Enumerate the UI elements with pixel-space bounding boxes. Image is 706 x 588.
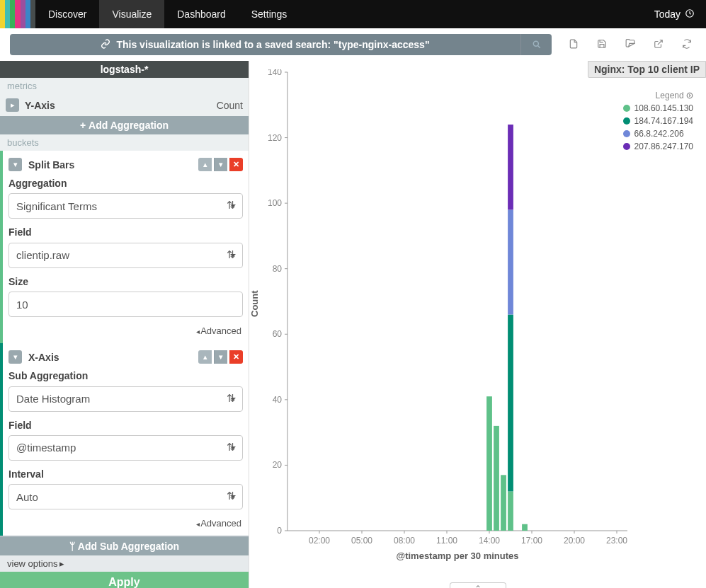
close-icon[interactable]: ✕	[229, 158, 243, 171]
save-icon[interactable]	[597, 39, 607, 51]
banner-text-query: "type-nginx-access"	[334, 39, 429, 50]
legend-label: 184.74.167.194	[634, 116, 693, 126]
toolbar	[552, 34, 696, 55]
saved-search-banner: This visualization is linked to a saved …	[10, 34, 520, 55]
refresh-icon[interactable]	[682, 39, 692, 51]
new-icon[interactable]	[569, 39, 579, 51]
content: logstash-* metrics ▸ Y-Axis Count +Add A…	[0, 61, 706, 588]
split-bars-panel: ▾ Split Bars ▴ ▾ ✕ Aggregation Significa…	[0, 151, 249, 343]
svg-text:05:00: 05:00	[351, 536, 372, 546]
svg-text:60: 60	[273, 329, 283, 339]
brand-stripe	[0, 0, 35, 28]
nav-item-dashboard[interactable]: Dashboard	[164, 0, 239, 28]
svg-text:20: 20	[273, 460, 283, 470]
field-select[interactable]: clientip.raw	[8, 243, 243, 268]
chart-svg: 02040608010012014002:0005:0008:0011:0014…	[259, 69, 634, 565]
svg-text:0: 0	[277, 526, 282, 536]
svg-rect-41	[508, 315, 513, 492]
svg-text:17:00: 17:00	[521, 536, 542, 546]
yaxis-value: Count	[217, 100, 243, 111]
field-select-wrap: clientip.raw ⇅	[8, 243, 243, 268]
view-options-toggle[interactable]: view options▸	[0, 555, 249, 572]
nav-item-discover[interactable]: Discover	[35, 0, 99, 28]
xaxis-header: ▾ X-Axis ▴ ▾ ✕	[8, 350, 243, 364]
search-icon[interactable]	[520, 34, 552, 55]
svg-rect-38	[494, 426, 499, 531]
svg-text:11:00: 11:00	[436, 536, 457, 546]
legend-toggle[interactable]: Legend	[656, 91, 693, 100]
svg-text:100: 100	[268, 198, 282, 208]
close-icon[interactable]: ✕	[229, 350, 243, 364]
svg-text:80: 80	[273, 264, 283, 274]
open-icon[interactable]	[625, 39, 635, 51]
main-panel: Nginx: Top 10 client IP Legend 108.60.14…	[249, 61, 706, 588]
svg-rect-39	[501, 475, 506, 531]
nav-item-visualize[interactable]: Visualize	[99, 0, 164, 28]
nav-item-settings[interactable]: Settings	[239, 0, 300, 28]
aggregation-select[interactable]: Significant Terms	[8, 193, 243, 219]
subbucket-icon: ᛘ	[69, 541, 75, 552]
svg-text:140: 140	[268, 69, 282, 77]
advanced-toggle[interactable]: ◂Advanced	[8, 325, 241, 336]
chevron-down-icon[interactable]: ▾	[8, 158, 22, 171]
size-label: Size	[8, 277, 243, 287]
metrics-section-title: metrics	[0, 78, 249, 94]
interval-select[interactable]: Auto	[8, 484, 243, 509]
share-icon[interactable]	[654, 39, 664, 51]
svg-point-1	[533, 41, 538, 46]
yaxis-metric-row[interactable]: ▸ Y-Axis Count	[0, 94, 249, 116]
nav-items: DiscoverVisualizeDashboardSettings	[35, 0, 300, 28]
svg-text:02:00: 02:00	[309, 536, 330, 546]
buckets-section-title: buckets	[0, 134, 249, 151]
advanced-toggle-2[interactable]: ◂Advanced	[8, 518, 241, 529]
xaxis-panel: ▾ X-Axis ▴ ▾ ✕ Sub Aggregation Date Hist…	[0, 343, 249, 536]
svg-rect-42	[508, 209, 513, 314]
apply-button[interactable]: Apply	[0, 572, 249, 588]
size-input-wrap	[8, 292, 243, 317]
legend-label: 207.86.247.170	[634, 142, 693, 151]
svg-text:40: 40	[273, 395, 283, 405]
plus-icon: +	[80, 120, 86, 131]
field-label-2: Field	[8, 420, 243, 431]
svg-rect-44	[522, 524, 528, 531]
link-icon	[101, 39, 110, 51]
sub-aggregation-label: Sub Aggregation	[8, 371, 243, 381]
time-label: Today	[654, 8, 681, 20]
clock-icon	[685, 8, 695, 21]
svg-text:@timestamp per 30 minutes: @timestamp per 30 minutes	[396, 550, 518, 561]
sub-aggregation-select[interactable]: Date Histogram	[8, 386, 243, 412]
index-pattern-header[interactable]: logstash-*	[0, 61, 249, 78]
add-aggregation-button[interactable]: +Add Aggregation	[0, 116, 249, 134]
split-bars-title: Split Bars	[28, 159, 74, 171]
move-up-icon[interactable]: ▴	[198, 350, 212, 364]
svg-text:08:00: 08:00	[394, 536, 415, 546]
legend-label: 66.8.242.206	[634, 129, 684, 139]
field-label: Field	[8, 227, 243, 238]
legend-label: 108.60.145.130	[634, 103, 693, 113]
chevron-down-icon[interactable]: ▾	[8, 350, 22, 364]
info-bar: This visualization is linked to a saved …	[0, 28, 706, 61]
time-picker[interactable]: Today	[654, 0, 706, 28]
move-down-icon[interactable]: ▾	[214, 350, 227, 364]
svg-rect-37	[486, 396, 492, 531]
chart-area: Legend 108.60.145.130184.74.167.19466.8.…	[252, 69, 700, 588]
svg-text:120: 120	[268, 133, 282, 143]
triangle-left-icon: ◂	[196, 328, 200, 335]
add-sub-aggregation-button[interactable]: ᛘAdd Sub Aggregation	[0, 536, 249, 555]
aggregation-select-wrap: Significant Terms ⇅	[8, 193, 243, 219]
interval-label: Interval	[8, 469, 243, 480]
top-nav: DiscoverVisualizeDashboardSettings Today	[0, 0, 706, 28]
field-select-2[interactable]: @timestamp	[8, 435, 243, 461]
banner-text-prefix: This visualization is linked to a saved …	[116, 39, 331, 50]
move-down-icon[interactable]: ▾	[214, 158, 227, 171]
legend-collapse-icon	[686, 92, 693, 99]
move-up-icon[interactable]: ▴	[198, 158, 212, 171]
size-input[interactable]	[8, 292, 243, 317]
triangle-left-icon: ◂	[196, 520, 200, 528]
sidebar: logstash-* metrics ▸ Y-Axis Count +Add A…	[0, 61, 249, 588]
collapse-handle-icon[interactable]: ⌃	[450, 582, 506, 588]
chevron-right-icon[interactable]: ▸	[6, 98, 19, 112]
svg-text:14:00: 14:00	[479, 536, 500, 546]
chevron-right-icon: ▸	[59, 558, 64, 569]
y-axis-label: Count	[249, 290, 260, 317]
